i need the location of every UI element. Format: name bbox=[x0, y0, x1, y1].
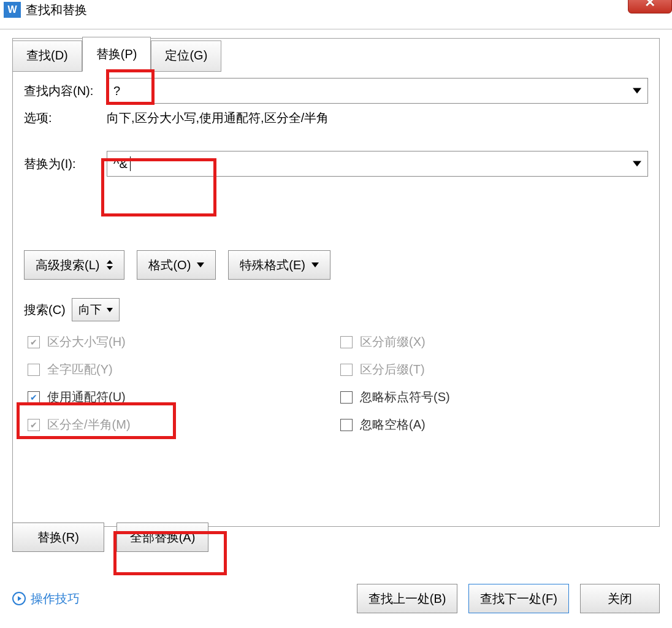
checkbox-label: 全字匹配(Y) bbox=[47, 361, 113, 378]
checkbox-item: 区分大小写(H) bbox=[28, 334, 322, 350]
checkbox-icon bbox=[28, 391, 40, 404]
checkbox-item: 区分后缀(T) bbox=[340, 361, 450, 378]
checkbox-label: 忽略标点符号(S) bbox=[360, 389, 450, 405]
checkbox-item[interactable]: 忽略标点符号(S) bbox=[340, 389, 450, 405]
search-direction-select[interactable]: 向下 bbox=[72, 298, 120, 321]
window-close-button[interactable]: ✕ bbox=[628, 0, 672, 13]
app-icon: W bbox=[4, 2, 21, 18]
main-panel: 查找内容(N): ? 选项: 向下,区分大小写,使用通配符,区分全/半角 替换为… bbox=[12, 38, 660, 527]
checkbox-icon bbox=[28, 336, 40, 348]
special-format-button[interactable]: 特殊格式(E) bbox=[228, 250, 330, 280]
options-label: 选项: bbox=[24, 110, 107, 126]
chevron-down-icon bbox=[311, 262, 319, 267]
checkbox-item[interactable]: 忽略空格(A) bbox=[340, 416, 450, 433]
checkbox-item: 全字匹配(Y) bbox=[28, 361, 322, 378]
checkbox-label: 忽略空格(A) bbox=[360, 416, 426, 433]
chevron-down-icon bbox=[633, 88, 641, 94]
find-input-value: ? bbox=[113, 84, 120, 98]
tab-replace[interactable]: 替换(P) bbox=[82, 37, 151, 72]
checkbox-item: 区分全/半角(M) bbox=[28, 416, 322, 433]
chevron-down-icon bbox=[107, 308, 113, 312]
format-button[interactable]: 格式(O) bbox=[137, 250, 216, 280]
tab-bar: 查找(D) 替换(P) 定位(G) bbox=[12, 37, 221, 72]
close-icon: ✕ bbox=[644, 0, 655, 10]
checkbox-item[interactable]: 使用通配符(U) bbox=[28, 389, 322, 405]
play-icon bbox=[12, 592, 26, 605]
replace-input[interactable]: ^& bbox=[107, 151, 648, 177]
chevron-down-icon bbox=[197, 262, 204, 267]
checkbox-label: 区分全/半角(M) bbox=[47, 416, 131, 433]
search-direction-label: 搜索(C) bbox=[24, 302, 66, 318]
checkbox-item: 区分前缀(X) bbox=[340, 334, 450, 350]
checkbox-icon bbox=[28, 364, 40, 376]
advanced-search-button[interactable]: 高级搜索(L) bbox=[24, 250, 124, 280]
find-prev-button[interactable]: 查找上一处(B) bbox=[357, 584, 458, 613]
checkbox-icon bbox=[340, 336, 353, 348]
checkbox-icon bbox=[340, 364, 353, 376]
find-input[interactable]: ? bbox=[107, 78, 648, 104]
checkbox-icon bbox=[340, 419, 353, 431]
chevron-down-icon bbox=[633, 161, 641, 167]
replace-input-value: ^& bbox=[113, 157, 128, 171]
tab-find[interactable]: 查找(D) bbox=[12, 40, 82, 72]
replace-button[interactable]: 替换(R) bbox=[12, 523, 104, 552]
find-next-button[interactable]: 查找下一处(F) bbox=[468, 584, 569, 613]
window-title: 查找和替换 bbox=[26, 2, 87, 18]
find-label: 查找内容(N): bbox=[24, 83, 107, 99]
tips-link[interactable]: 操作技巧 bbox=[12, 591, 80, 607]
options-text: 向下,区分大小写,使用通配符,区分全/半角 bbox=[107, 110, 329, 126]
checkbox-label: 使用通配符(U) bbox=[47, 389, 126, 405]
replace-label: 替换为(I): bbox=[24, 156, 107, 172]
checkbox-label: 区分大小写(H) bbox=[47, 334, 126, 350]
checkbox-icon bbox=[340, 391, 353, 404]
sort-icon bbox=[107, 260, 113, 270]
checkbox-label: 区分后缀(T) bbox=[360, 361, 425, 378]
tab-goto[interactable]: 定位(G) bbox=[151, 40, 221, 72]
close-button[interactable]: 关闭 bbox=[580, 584, 660, 613]
checkbox-label: 区分前缀(X) bbox=[360, 334, 426, 350]
replace-all-button[interactable]: 全部替换(A) bbox=[116, 523, 208, 552]
checkbox-icon bbox=[28, 419, 40, 431]
